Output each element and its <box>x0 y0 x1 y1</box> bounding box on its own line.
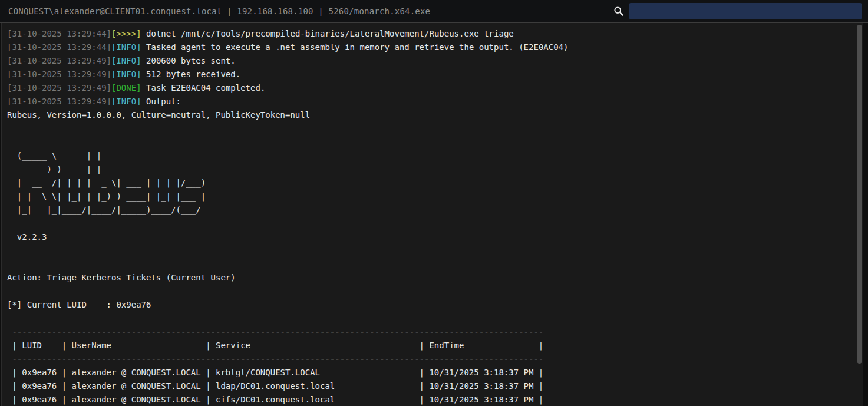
terminal-line <box>7 122 863 136</box>
terminal-segment-info_tag: [INFO] <box>111 42 141 52</box>
terminal-line: ______ _ <box>7 136 863 149</box>
terminal-segment-done_tag: [DONE] <box>111 83 141 93</box>
terminal-segment-text: Action: Triage Kerberos Tickets (Current… <box>7 273 236 282</box>
terminal-line: [31-10-2025 13:29:49][INFO] 200600 bytes… <box>7 54 863 68</box>
search-icon[interactable] <box>613 5 625 17</box>
terminal-segment-text: | 0x9ea76 | alexander @ CONQUEST.LOCAL |… <box>7 395 543 404</box>
terminal-segment-text: | 0x9ea76 | alexander @ CONQUEST.LOCAL |… <box>7 381 543 391</box>
terminal-segment-text: 512 bytes received. <box>141 70 241 79</box>
terminal-segment-text: | __ /| | | | _ \| ___ | | | |/___) <box>7 178 206 187</box>
terminal-line: v2.2.3 <box>7 230 863 244</box>
scrollbar-thumb[interactable] <box>857 25 862 364</box>
terminal-segment-info_tag: [INFO] <box>111 97 141 106</box>
terminal-line: Action: Triage Kerberos Tickets (Current… <box>7 271 863 285</box>
terminal-line <box>7 258 863 271</box>
terminal-line: (_____ \ | | <box>7 149 863 163</box>
terminal-segment-text: ----------------------------------------… <box>7 327 543 336</box>
terminal-segment-text: Tasked agent to execute a .net assembly … <box>141 42 569 52</box>
terminal-line: | | \ \| |_| | |_) ) ____| |_| |___ | <box>7 190 863 203</box>
terminal-segment-timestamp: [31-10-2025 13:29:49] <box>7 56 111 65</box>
terminal-line <box>7 244 863 258</box>
terminal-segment-text: 200600 bytes sent. <box>141 56 236 65</box>
terminal-segment-text: Task E2E0AC04 completed. <box>141 83 266 93</box>
terminal-segment-text: ______ _ <box>7 137 206 147</box>
terminal-segment-text: ----------------------------------------… <box>7 354 543 364</box>
terminal-line <box>7 285 863 298</box>
terminal-segment-text: | | \ \| |_| | |_) ) ____| |_| |___ | <box>7 192 206 201</box>
terminal-output: [31-10-2025 13:29:44][>>>>] dotnet /mnt/… <box>2 23 863 406</box>
terminal-segment-text: dotnet /mnt/c/Tools/precompiled-binaries… <box>141 29 514 38</box>
terminal-segment-command_tag: [>>>>] <box>111 29 141 38</box>
search-input[interactable] <box>629 3 862 19</box>
terminal-line: ----------------------------------------… <box>7 352 863 366</box>
terminal-line: | 0x9ea76 | alexander @ CONQUEST.LOCAL |… <box>7 379 863 393</box>
terminal-line: | __ /| | | | _ \| ___ | | | |/___) <box>7 176 863 190</box>
terminal-segment-text: | 0x9ea76 | alexander @ CONQUEST.LOCAL |… <box>7 368 543 377</box>
terminal-segment-text: Rubeus, Version=1.0.0.0, Culture=neutral… <box>7 110 310 120</box>
terminal-line: [31-10-2025 13:29:49][DONE] Task E2E0AC0… <box>7 81 863 95</box>
terminal-segment-text: | LUID | UserName | Service | EndTime | <box>7 341 543 350</box>
terminal-line: | 0x9ea76 | alexander @ CONQUEST.LOCAL |… <box>7 366 863 379</box>
terminal-segment-text: _____) )_ _| |__ _____ _ _ ___ <box>7 164 206 174</box>
terminal-line <box>7 217 863 230</box>
terminal-line <box>7 312 863 325</box>
terminal-line: Rubeus, Version=1.0.0.0, Culture=neutral… <box>7 108 863 122</box>
terminal-segment-timestamp: [31-10-2025 13:29:49] <box>7 83 111 93</box>
terminal-segment-timestamp: [31-10-2025 13:29:49] <box>7 70 111 79</box>
terminal-segment-timestamp: [31-10-2025 13:29:49] <box>7 97 111 106</box>
terminal-line: ----------------------------------------… <box>7 325 863 339</box>
terminal-line: | 0x9ea76 | alexander @ CONQUEST.LOCAL |… <box>7 393 863 406</box>
terminal-line: [31-10-2025 13:29:49][INFO] 512 bytes re… <box>7 68 863 81</box>
terminal-line: [31-10-2025 13:29:44][>>>>] dotnet /mnt/… <box>7 27 863 41</box>
terminal-line: [31-10-2025 13:29:49][INFO] Output: <box>7 95 863 108</box>
terminal-line: |_| |_|____/|____/|_____)____/(___/ <box>7 203 863 217</box>
terminal-segment-text: |_| |_|____/|____/|_____)____/(___/ <box>7 205 206 214</box>
terminal-line: | LUID | UserName | Service | EndTime | <box>7 339 863 352</box>
session-header-bar: CONQUEST\alexander@CLIENT01.conquest.loc… <box>0 0 868 23</box>
magnifying-glass-glyph <box>613 6 624 16</box>
terminal-line: _____) )_ _| |__ _____ _ _ ___ <box>7 163 863 176</box>
terminal-line: [*] Current LUID : 0x9ea76 <box>7 298 863 312</box>
terminal-segment-text: (_____ \ | | <box>7 151 206 160</box>
terminal-panel: [31-10-2025 13:29:44][>>>>] dotnet /mnt/… <box>1 23 863 406</box>
terminal-segment-text: v2.2.3 <box>7 232 52 242</box>
terminal-line: [31-10-2025 13:29:44][INFO] Tasked agent… <box>7 41 863 54</box>
terminal-segment-info_tag: [INFO] <box>111 70 141 79</box>
terminal-segment-timestamp: [31-10-2025 13:29:44] <box>7 29 111 38</box>
session-context: CONQUEST\alexander@CLIENT01.conquest.loc… <box>0 6 430 16</box>
terminal-segment-info_tag: [INFO] <box>111 56 141 65</box>
terminal-segment-timestamp: [31-10-2025 13:29:44] <box>7 42 111 52</box>
terminal-segment-text: Output: <box>141 97 181 106</box>
terminal-segment-text: [*] Current LUID : 0x9ea76 <box>7 300 151 309</box>
